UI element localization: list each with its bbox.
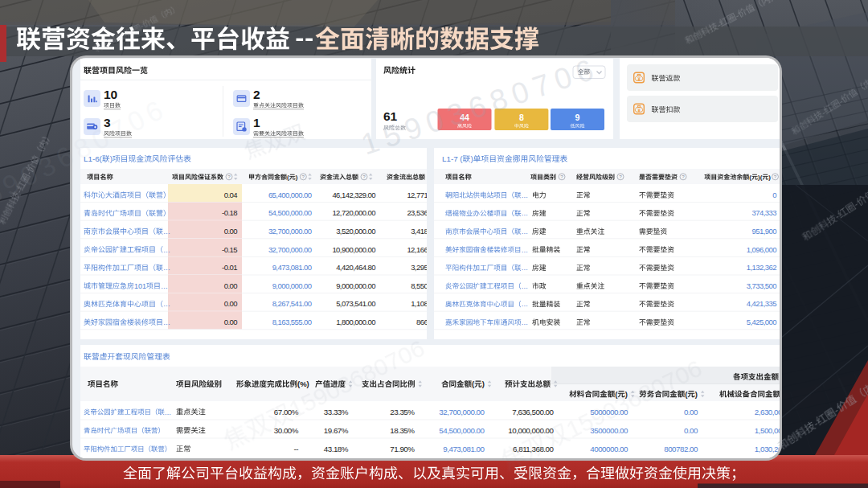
svg-text:951,900: 951,900 bbox=[752, 227, 777, 236]
svg-text:…: … bbox=[163, 246, 170, 254]
svg-text:4,421,335: 4,421,335 bbox=[747, 299, 777, 308]
svg-text:1,800,000.00: 1,800,000.00 bbox=[336, 318, 375, 326]
svg-text:…: … bbox=[522, 246, 529, 254]
svg-text:5,425,000: 5,425,000 bbox=[747, 318, 777, 326]
svg-text:1,096,000: 1,096,000 bbox=[747, 245, 777, 254]
svg-text:…: … bbox=[163, 264, 170, 272]
svg-text:0.04: 0.04 bbox=[224, 191, 238, 199]
svg-text:32,700,000.00: 32,700,000.00 bbox=[268, 227, 312, 236]
svg-text:43.18%: 43.18% bbox=[324, 445, 349, 453]
svg-text:?: ? bbox=[560, 174, 563, 179]
svg-text:L1-7 (: L1-7 ( bbox=[442, 154, 463, 163]
svg-text:?: ? bbox=[362, 174, 366, 179]
svg-text:…: … bbox=[522, 300, 529, 308]
svg-text:9,473,081.00: 9,473,081.00 bbox=[443, 445, 485, 453]
svg-text:…: … bbox=[522, 191, 529, 199]
svg-text:…: … bbox=[165, 408, 171, 416]
svg-text:32,700,000.00: 32,700,000.00 bbox=[268, 245, 312, 254]
svg-text:3,733,500: 3,733,500 bbox=[747, 281, 777, 290]
svg-text:…: … bbox=[522, 282, 529, 290]
svg-text:0.00: 0.00 bbox=[224, 281, 238, 290]
svg-text:9,000,000.00: 9,000,000.00 bbox=[272, 281, 312, 290]
svg-text:): ) bbox=[695, 390, 698, 399]
svg-text:33.33%: 33.33% bbox=[324, 408, 349, 416]
svg-text:): ) bbox=[296, 174, 298, 181]
svg-text:…: … bbox=[163, 300, 170, 308]
svg-text:): ) bbox=[470, 154, 473, 163]
svg-text:?: ? bbox=[619, 174, 622, 179]
svg-text:3,520,000.00: 3,520,000.00 bbox=[336, 227, 375, 236]
svg-text:0.00: 0.00 bbox=[224, 318, 238, 326]
svg-text:9: 9 bbox=[575, 113, 580, 122]
svg-text:(: ( bbox=[749, 174, 751, 181]
svg-text:): ) bbox=[768, 174, 771, 181]
svg-text:…: … bbox=[163, 228, 170, 236]
svg-text:?: ? bbox=[227, 174, 231, 179]
svg-text:)(: )( bbox=[758, 174, 763, 181]
svg-text:…: … bbox=[163, 318, 170, 326]
svg-text:30.00%: 30.00% bbox=[274, 426, 299, 435]
svg-text:8: 8 bbox=[519, 113, 524, 122]
svg-text:23.35%: 23.35% bbox=[390, 408, 415, 416]
svg-text:8,163,555.00: 8,163,555.00 bbox=[272, 318, 312, 326]
svg-text:0.00: 0.00 bbox=[224, 227, 238, 236]
svg-text:5,073,541.00: 5,073,541.00 bbox=[336, 299, 375, 308]
svg-text:65,400,000.00: 65,400,000.00 bbox=[268, 191, 312, 199]
svg-text:0.00: 0.00 bbox=[684, 408, 698, 416]
svg-text:9,473,081.00: 9,473,081.00 bbox=[272, 263, 312, 272]
svg-text:?: ? bbox=[774, 174, 777, 179]
svg-text:800782.00: 800782.00 bbox=[664, 445, 698, 453]
svg-text:54,500,000.00: 54,500,000.00 bbox=[439, 426, 485, 435]
svg-text:1: 1 bbox=[253, 116, 260, 129]
svg-text:18.35%: 18.35% bbox=[390, 426, 415, 435]
svg-text:1,132,362: 1,132,362 bbox=[747, 263, 777, 272]
svg-text:-0.15: -0.15 bbox=[222, 245, 237, 254]
svg-text:374,333: 374,333 bbox=[752, 208, 777, 217]
svg-text:32,700,000.00: 32,700,000.00 bbox=[439, 408, 485, 416]
svg-text:…: … bbox=[522, 209, 529, 217]
svg-text:101: 101 bbox=[134, 282, 146, 290]
svg-text:): ) bbox=[110, 154, 113, 163]
svg-text:0.00: 0.00 bbox=[684, 426, 698, 435]
svg-text:0: 0 bbox=[772, 191, 776, 199]
svg-text:4,420,464.80: 4,420,464.80 bbox=[336, 263, 375, 272]
svg-text:?: ? bbox=[682, 174, 685, 179]
svg-text:10,900,000.00: 10,900,000.00 bbox=[332, 245, 375, 254]
svg-text:): ) bbox=[482, 379, 485, 388]
svg-text:…: … bbox=[522, 228, 529, 236]
svg-text:-0.18: -0.18 bbox=[222, 208, 237, 217]
svg-text:46,142,329.00: 46,142,329.00 bbox=[332, 191, 375, 199]
svg-text:--: -- bbox=[293, 445, 298, 453]
svg-text:…: … bbox=[522, 318, 529, 326]
svg-text:10: 10 bbox=[104, 88, 117, 101]
svg-text:7,636,500.00: 7,636,500.00 bbox=[512, 408, 554, 416]
svg-text:…: … bbox=[161, 282, 168, 290]
svg-text:71.90%: 71.90% bbox=[390, 445, 415, 453]
svg-text:…: … bbox=[522, 264, 529, 272]
svg-text:-0.01: -0.01 bbox=[222, 263, 237, 272]
svg-text:(: ( bbox=[287, 174, 289, 181]
svg-text:9,000,000.00: 9,000,000.00 bbox=[336, 281, 375, 290]
svg-text:12,720,000.00: 12,720,000.00 bbox=[332, 208, 375, 217]
svg-text:8,267,541.00: 8,267,541.00 bbox=[272, 299, 312, 308]
svg-text:?: ? bbox=[302, 174, 305, 179]
svg-text:19.67%: 19.67% bbox=[324, 426, 349, 435]
svg-text:0.00: 0.00 bbox=[224, 299, 238, 308]
svg-text:2: 2 bbox=[253, 88, 260, 101]
svg-text:54,500,000.00: 54,500,000.00 bbox=[268, 208, 312, 217]
svg-text:4000000.00: 4000000.00 bbox=[590, 445, 628, 453]
